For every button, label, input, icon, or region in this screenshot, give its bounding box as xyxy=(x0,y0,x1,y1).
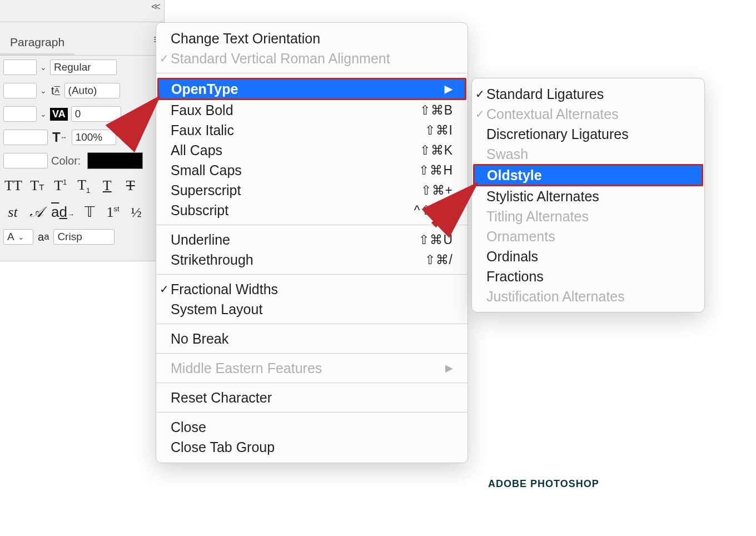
tab-paragraph[interactable]: Paragraph xyxy=(0,36,74,55)
font-style-dropdown[interactable]: Regular xyxy=(50,59,117,75)
submenu-discretionary-ligatures[interactable]: Discretionary Ligatures xyxy=(472,124,704,144)
menu-middle-eastern: Middle Eastern Features ▶ xyxy=(156,358,467,378)
submenu-arrow-icon: ▶ xyxy=(445,362,453,374)
kerning-dropdown[interactable] xyxy=(3,106,37,122)
menu-separator xyxy=(156,412,467,413)
menu-fractional-widths[interactable]: ✓ Fractional Widths xyxy=(156,279,467,299)
small-caps-button[interactable]: TT xyxy=(29,177,46,194)
submenu-fractions[interactable]: Fractions xyxy=(472,266,704,286)
chevron-down-icon: ⌄ xyxy=(40,63,47,72)
swash-button[interactable]: 𝒜 xyxy=(28,204,44,221)
chevron-down-icon: ⌄ xyxy=(40,86,47,95)
subscript-button[interactable]: T1 xyxy=(76,177,92,195)
submenu-justification-alternates: Justification Alternates xyxy=(472,286,704,306)
font-style-value: Regular xyxy=(54,61,91,73)
menu-change-orientation[interactable]: Change Text Orientation xyxy=(156,28,467,48)
chevron-down-icon: ⌄ xyxy=(40,110,47,118)
leading-icon: tA xyxy=(50,85,61,97)
menu-small-caps[interactable]: Small Caps ⇧⌘H xyxy=(156,160,467,180)
menu-vertical-roman: ✓ Standard Vertical Roman Alignment xyxy=(156,48,467,68)
aa-method-dropdown[interactable]: Crisp xyxy=(53,229,115,245)
hscale-value: 100% xyxy=(76,131,103,143)
check-icon: ✓ xyxy=(160,52,169,65)
ordinals-button[interactable]: 1st xyxy=(105,204,121,221)
menu-reset-character[interactable]: Reset Character xyxy=(156,388,467,408)
all-caps-button[interactable]: TT xyxy=(4,177,22,194)
submenu-titling-alternates: Titling Alternates xyxy=(472,206,704,226)
aa-method-value: Crisp xyxy=(57,231,82,243)
color-label: Color: xyxy=(51,155,81,167)
opentype-submenu: ✓ Standard Ligatures ✓ Contextual Altern… xyxy=(471,78,705,312)
tracking-input[interactable]: 0 xyxy=(71,106,121,122)
shortcut: ⇧⌘U xyxy=(419,232,453,247)
baseline-input[interactable] xyxy=(3,153,48,168)
shortcut: ⇧⌘H xyxy=(419,163,453,178)
underline-button[interactable]: T xyxy=(99,177,116,194)
leading-value: (Auto) xyxy=(68,85,97,97)
submenu-standard-ligatures[interactable]: ✓ Standard Ligatures xyxy=(472,84,704,104)
fractions-button[interactable]: ½ xyxy=(128,204,145,221)
menu-separator xyxy=(156,383,467,383)
shortcut: ⇧⌘/ xyxy=(425,252,453,267)
hscale-input[interactable]: 100% xyxy=(72,130,116,145)
check-icon: ✓ xyxy=(475,87,485,101)
contextual-button[interactable]: ad→ xyxy=(51,204,74,221)
chevron-down-icon: ⌄ xyxy=(18,232,24,241)
menu-separator xyxy=(156,225,467,225)
tracking-icon: VA xyxy=(50,108,68,121)
submenu-arrow-icon: ▶ xyxy=(445,83,452,95)
menu-separator xyxy=(156,274,467,275)
leading-dropdown[interactable]: (Auto) xyxy=(64,83,120,98)
menu-separator xyxy=(156,353,467,354)
color-swatch[interactable] xyxy=(87,152,143,169)
type-style-buttons: TT TT T1 T1 T T xyxy=(0,172,164,199)
shortcut: ⇧⌘I xyxy=(425,123,453,138)
size-dropdown[interactable] xyxy=(3,83,37,98)
shortcut: ⇧⌘+ xyxy=(421,183,453,198)
menu-subscript[interactable]: Subscript ^⇧⌘+ xyxy=(156,200,467,220)
submenu-stylistic-alternates[interactable]: Stylistic Alternates xyxy=(472,186,704,206)
shortcut: ^⇧⌘+ xyxy=(414,203,453,218)
aa-mode-field[interactable]: A ⌄ xyxy=(3,229,33,245)
panel-collapse-icon[interactable]: << xyxy=(151,1,158,13)
aa-icon-label: A xyxy=(7,231,14,243)
menu-no-break[interactable]: No Break xyxy=(156,329,467,349)
menu-close-tab-group[interactable]: Close Tab Group xyxy=(156,437,467,457)
submenu-swash: Swash xyxy=(472,144,704,164)
font-family-dropdown[interactable] xyxy=(3,59,37,75)
check-icon: ✓ xyxy=(475,107,485,121)
menu-opentype[interactable]: OpenType ▶ xyxy=(157,78,466,100)
titling-button[interactable]: 𝕋 xyxy=(81,204,98,221)
panel-tabs: Paragraph xyxy=(0,22,164,56)
superscript-button[interactable]: T1 xyxy=(52,177,69,194)
character-panel-menu: Change Text Orientation ✓ Standard Verti… xyxy=(156,22,468,463)
caption: ADOBE PHOTOSHOP xyxy=(488,478,599,490)
menu-faux-bold[interactable]: Faux Bold ⇧⌘B xyxy=(156,100,467,120)
menu-faux-italic[interactable]: Faux Italic ⇧⌘I xyxy=(156,120,467,140)
tracking-value: 0 xyxy=(75,108,81,120)
submenu-oldstyle[interactable]: Oldstyle xyxy=(473,164,703,186)
menu-separator xyxy=(156,324,467,324)
aa-icon: aa xyxy=(37,231,50,244)
shortcut: ⇧⌘B xyxy=(420,103,453,118)
submenu-ornaments: Ornaments xyxy=(472,226,704,246)
vscale-input[interactable] xyxy=(3,130,48,145)
menu-separator xyxy=(156,73,467,73)
menu-underline[interactable]: Underline ⇧⌘U xyxy=(156,230,467,250)
submenu-ordinals[interactable]: Ordinals xyxy=(472,246,704,266)
menu-close[interactable]: Close xyxy=(156,417,467,437)
panel-header: << xyxy=(0,0,164,22)
strikethrough-button[interactable]: T xyxy=(122,177,139,194)
menu-superscript[interactable]: Superscript ⇧⌘+ xyxy=(156,180,467,200)
check-icon: ✓ xyxy=(160,282,169,296)
shortcut: ⇧⌘K xyxy=(420,143,453,158)
opentype-buttons: st 𝒜 ad→ 𝕋 1st ½ xyxy=(0,199,164,225)
menu-system-layout[interactable]: System Layout xyxy=(156,299,467,319)
menu-strikethrough[interactable]: Strikethrough ⇧⌘/ xyxy=(156,250,467,270)
submenu-contextual-alternates: ✓ Contextual Alternates xyxy=(472,104,704,124)
character-panel: << Paragraph ≡ ⌄ Regular ⌄ tA (Auto) ⌄ V… xyxy=(0,0,165,261)
menu-all-caps[interactable]: All Caps ⇧⌘K xyxy=(156,140,467,160)
std-ligatures-button[interactable]: st xyxy=(4,204,21,221)
hscale-icon: T↔ xyxy=(51,130,68,145)
